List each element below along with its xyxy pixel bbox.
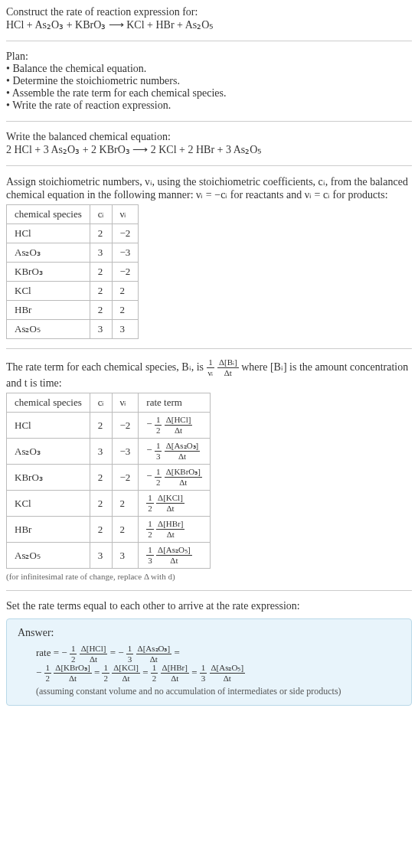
cell: 2 (90, 263, 112, 282)
cell: 2 (112, 301, 139, 320)
table-row: KBrO₃2−2− 12 Δ[KBrO₃]Δt (7, 465, 211, 491)
stoich-section: Assign stoichiometric numbers, νᵢ, using… (6, 175, 412, 339)
table-row: As₂O₃3−3− 13 Δ[As₂O₃]Δt (7, 439, 211, 465)
rate-intro-frac2: Δ[Bᵢ]Δt (217, 358, 239, 377)
cell: 3 (90, 439, 112, 465)
cell-rate-term: − 12 Δ[KBrO₃]Δt (139, 465, 211, 491)
cell: 2 (112, 517, 139, 543)
cell: KCl (7, 282, 90, 301)
cell-rate-term: 12 Δ[HBr]Δt (139, 517, 211, 543)
divider (6, 121, 412, 122)
cell: −3 (112, 243, 139, 263)
cell-rate-term: − 13 Δ[As₂O₃]Δt (139, 439, 211, 465)
cell: 3 (90, 320, 112, 339)
cell: 2 (90, 282, 112, 301)
cell: HBr (7, 301, 90, 320)
intro-title: Construct the rate of reaction expressio… (6, 6, 412, 18)
plan-heading: Plan: (6, 51, 412, 63)
table-header: cᵢ (90, 393, 112, 413)
table-header: chemical species (7, 393, 90, 413)
cell: 2 (90, 301, 112, 320)
set-equal-text: Set the rate terms equal to each other t… (6, 600, 412, 612)
table-row: HBr22 12 Δ[HBr]Δt (7, 517, 211, 543)
rate-section: The rate term for each chemical species,… (6, 358, 412, 581)
table-row: KCl22 12 Δ[KCl]Δt (7, 491, 211, 517)
stoich-intro: Assign stoichiometric numbers, νᵢ, using… (6, 175, 412, 201)
answer-rate: rate = − 12 Δ[HCl]Δt = − 13 Δ[As₂O₃]Δt =… (18, 644, 400, 683)
table-header: νᵢ (112, 393, 139, 413)
divider (6, 348, 412, 349)
answer-label: Answer: (18, 627, 400, 639)
table-header: νᵢ (112, 205, 139, 224)
cell: As₂O₃ (7, 439, 90, 465)
divider (6, 165, 412, 166)
answer-box: Answer: rate = − 12 Δ[HCl]Δt = − 13 Δ[As… (6, 618, 412, 706)
cell: KCl (7, 491, 90, 517)
cell: −2 (112, 465, 139, 491)
plan-item: • Determine the stoichiometric numbers. (6, 75, 412, 87)
table-row: HCl2−2− 12 Δ[HCl]Δt (7, 413, 211, 439)
balanced-heading: Write the balanced chemical equation: (6, 131, 412, 143)
intro-equation: HCl + As₂O₃ + KBrO₃ ⟶ KCl + HBr + As₂O₅ (6, 18, 412, 31)
plan-item: • Assemble the rate term for each chemic… (6, 87, 412, 100)
divider (6, 590, 412, 591)
cell: 2 (90, 491, 112, 517)
cell-rate-term: 12 Δ[KCl]Δt (139, 491, 211, 517)
cell: HCl (7, 224, 90, 243)
cell: HCl (7, 413, 90, 439)
cell: 2 (90, 517, 112, 543)
plan-section: Plan: • Balance the chemical equation. •… (6, 51, 412, 112)
rate-intro: The rate term for each chemical species,… (6, 358, 412, 390)
cell: 2 (90, 465, 112, 491)
cell: As₂O₅ (7, 320, 90, 339)
table-row: HCl2−2 (7, 224, 139, 243)
plan-item: • Write the rate of reaction expression. (6, 100, 412, 112)
cell-rate-term: − 12 Δ[HCl]Δt (139, 413, 211, 439)
intro-section: Construct the rate of reaction expressio… (6, 6, 412, 31)
cell: 2 (90, 224, 112, 243)
rate-intro-frac1: 1νᵢ (207, 358, 215, 377)
cell: −2 (112, 263, 139, 282)
cell: HBr (7, 517, 90, 543)
table-header: chemical species (7, 205, 90, 224)
table-header: cᵢ (90, 205, 112, 224)
table-header-row: chemical species cᵢ νᵢ (7, 205, 139, 224)
cell: 3 (90, 243, 112, 263)
table-header-row: chemical species cᵢ νᵢ rate term (7, 393, 211, 413)
rate-note: (for infinitesimal rate of change, repla… (6, 572, 412, 581)
plan-item: • Balance the chemical equation. (6, 63, 412, 75)
answer-note: (assuming constant volume and no accumul… (18, 686, 400, 697)
balanced-equation: 2 HCl + 3 As₂O₃ + 2 KBrO₃ ⟶ 2 KCl + 2 HB… (6, 143, 412, 156)
cell: 3 (112, 320, 139, 339)
rate-table: chemical species cᵢ νᵢ rate term HCl2−2−… (6, 393, 211, 569)
cell: As₂O₅ (7, 543, 90, 569)
table-row: KBrO₃2−2 (7, 263, 139, 282)
cell: 3 (90, 543, 112, 569)
cell: −3 (112, 439, 139, 465)
table-row: As₂O₅33 (7, 320, 139, 339)
cell: −2 (112, 413, 139, 439)
rate-intro-text-a: The rate term for each chemical species,… (6, 361, 207, 373)
cell-rate-term: 13 Δ[As₂O₅]Δt (139, 543, 211, 569)
cell: −2 (112, 224, 139, 243)
table-row: HBr22 (7, 301, 139, 320)
cell: As₂O₃ (7, 243, 90, 263)
table-row: As₂O₃3−3 (7, 243, 139, 263)
cell: 2 (112, 282, 139, 301)
cell: 3 (112, 543, 139, 569)
table-row: KCl22 (7, 282, 139, 301)
cell: 2 (90, 413, 112, 439)
divider (6, 41, 412, 41)
table-row: As₂O₅33 13 Δ[As₂O₅]Δt (7, 543, 211, 569)
table-header: rate term (139, 393, 211, 413)
stoich-table: chemical species cᵢ νᵢ HCl2−2 As₂O₃3−3 K… (6, 204, 139, 339)
cell: 2 (112, 491, 139, 517)
cell: KBrO₃ (7, 465, 90, 491)
balanced-section: Write the balanced chemical equation: 2 … (6, 131, 412, 156)
cell: KBrO₃ (7, 263, 90, 282)
